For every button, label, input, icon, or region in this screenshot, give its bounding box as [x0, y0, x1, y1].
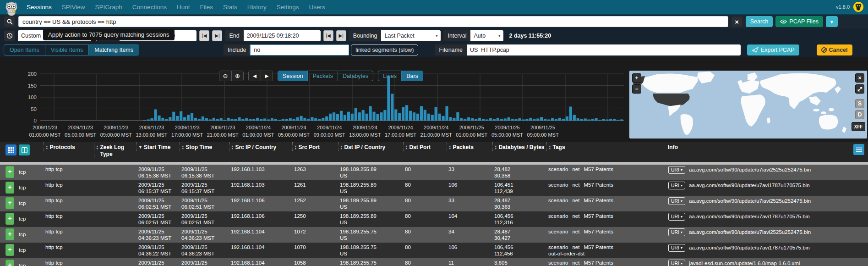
tag[interactable]: scenario: [548, 182, 568, 188]
nav-item-history[interactable]: History: [247, 4, 267, 11]
tag[interactable]: M57 Patents: [584, 260, 613, 266]
table-row[interactable]: +tcphttp tcp2009/11/2506:02:51 MST2009/1…: [0, 211, 868, 227]
expand-session-button[interactable]: +: [5, 228, 14, 240]
expand-session-button[interactable]: +: [5, 182, 14, 194]
clear-search-button[interactable]: ×: [731, 16, 743, 27]
end-step-back-button[interactable]: |◀: [323, 30, 333, 41]
nav-item-spigraph[interactable]: SPIGraph: [95, 4, 122, 11]
tag[interactable]: net: [572, 244, 579, 250]
tag[interactable]: M57 Patents: [584, 213, 613, 219]
chart-view-session[interactable]: Session: [278, 71, 307, 81]
tag[interactable]: M57 Patents: [584, 229, 613, 234]
expand-session-button[interactable]: +: [5, 197, 14, 209]
table-row[interactable]: +tcphttp tcp2009/11/2506:15:37 MST2009/1…: [0, 180, 868, 196]
map-zoom-out-button[interactable]: −: [632, 84, 641, 94]
tag[interactable]: scenario: [548, 244, 568, 250]
column-header-tags[interactable]: ▲▼Tags: [546, 142, 666, 151]
map-dst-toggle[interactable]: D: [855, 110, 864, 119]
table-row[interactable]: +tcphttp tcp2009/11/2506:02:51 MST2009/1…: [0, 196, 868, 211]
start-step-forward-button[interactable]: ▶|: [212, 30, 222, 41]
tag[interactable]: scenario: [548, 229, 568, 234]
uri-dropdown[interactable]: URI▾: [668, 213, 685, 221]
chart-view-packets[interactable]: Packets: [307, 71, 337, 81]
world-map[interactable]: + − × S D XFF: [629, 71, 867, 139]
nav-item-files[interactable]: Files: [200, 4, 213, 11]
column-header-databytes-bytes[interactable]: ▲▼Databytes / Bytes: [492, 142, 546, 151]
uri-dropdown[interactable]: URI▾: [668, 182, 685, 189]
tag[interactable]: M57 Patents: [584, 166, 613, 172]
chart-style-lines[interactable]: Lines: [378, 71, 401, 81]
end-step-forward-button[interactable]: ▶|: [336, 30, 346, 41]
cancel-button[interactable]: Cancel: [817, 44, 852, 55]
interval-select[interactable]: Auto ▾: [470, 30, 503, 41]
nav-item-sessions[interactable]: Sessions: [27, 4, 52, 11]
table-row[interactable]: +tcphttp tcp2009/11/2504:36:23 MST2009/1…: [0, 227, 868, 243]
tag[interactable]: scenario: [548, 198, 568, 203]
scope-visible-items[interactable]: Visible Items: [45, 45, 89, 55]
end-time-input[interactable]: [244, 30, 321, 41]
map-expand-button[interactable]: [855, 84, 864, 94]
map-zoom-in-button[interactable]: +: [632, 73, 641, 83]
nav-item-spiview[interactable]: SPIView: [62, 4, 85, 11]
tag[interactable]: net: [572, 166, 579, 172]
nav-item-users[interactable]: Users: [309, 4, 325, 11]
search-options-dropdown[interactable]: ▾: [826, 16, 838, 27]
clock-icon[interactable]: [4, 30, 15, 41]
tag[interactable]: out-of-order-dst: [548, 251, 584, 256]
chart-pan-left-button[interactable]: ◀: [249, 71, 261, 81]
search-input[interactable]: [18, 16, 728, 27]
table-row[interactable]: +tcphttp tcp2009/11/252009/11/25192.168.…: [0, 258, 868, 266]
tag[interactable]: net: [572, 198, 579, 203]
chart-style-bars[interactable]: Bars: [401, 71, 423, 81]
nav-item-settings[interactable]: Settings: [277, 4, 299, 11]
column-config-menu-icon[interactable]: [853, 144, 864, 155]
column-header-dst-ip-country[interactable]: ▲▼Dst IP / Country: [338, 142, 403, 151]
tag[interactable]: net: [572, 229, 579, 234]
tag[interactable]: net: [572, 213, 579, 219]
tag[interactable]: scenario: [548, 260, 568, 266]
start-step-back-button[interactable]: |◀: [199, 30, 209, 41]
column-header-packets[interactable]: ▲▼Packets: [447, 142, 492, 151]
expand-session-button[interactable]: +: [5, 260, 14, 266]
filename-input[interactable]: [467, 44, 741, 55]
column-header-dst-port[interactable]: ▲▼Dst Port: [403, 142, 447, 151]
chart-pan-right-button[interactable]: ▶: [261, 71, 273, 81]
search-icon[interactable]: [4, 16, 16, 27]
uri-dropdown[interactable]: URI▾: [668, 244, 685, 252]
column-header-start-time[interactable]: ▼Start Time: [136, 142, 180, 151]
column-header-zeek-log-type[interactable]: ▲▼Zeek Log Type: [94, 142, 136, 158]
tag[interactable]: M57 Patents: [584, 182, 613, 188]
scope-open-items[interactable]: Open Items: [4, 45, 45, 55]
tag[interactable]: M57 Patents: [584, 244, 613, 250]
uri-dropdown[interactable]: URI▾: [668, 166, 685, 174]
column-header-protocols[interactable]: ▲▼Protocols: [44, 142, 94, 151]
chart-view-databytes[interactable]: Databytes: [338, 71, 373, 81]
nav-item-stats[interactable]: Stats: [223, 4, 237, 11]
column-header-src-port[interactable]: ▲▼Src Port: [292, 142, 338, 151]
export-pcap-button[interactable]: Export PCAP: [747, 44, 799, 55]
map-close-button[interactable]: ×: [855, 73, 864, 83]
map-xff-toggle[interactable]: XFF: [852, 122, 865, 131]
sessions-grid-icon[interactable]: [5, 144, 16, 155]
tag[interactable]: scenario: [548, 166, 568, 172]
search-button[interactable]: Search: [746, 16, 773, 27]
sessions-timeline-chart[interactable]: 0501001502002009/11/2301:00:00 MST2009/1…: [0, 57, 628, 142]
table-row[interactable]: +tcphttp tcp2009/11/2504:36:22 MST2009/1…: [0, 243, 868, 258]
tag[interactable]: net: [572, 260, 579, 266]
chart-zoom-out-button[interactable]: ⊖: [219, 71, 231, 81]
tag[interactable]: M57 Patents: [584, 198, 613, 203]
table-row[interactable]: +tcphttp tcp2009/11/2506:15:38 MST2009/1…: [0, 165, 868, 180]
toggle-columns-icon[interactable]: [19, 144, 30, 155]
column-header-stop-time[interactable]: ▲▼Stop Time: [180, 142, 229, 151]
include-segments-input[interactable]: [250, 44, 349, 55]
uri-dropdown[interactable]: URI▾: [668, 228, 685, 236]
chart-zoom-in-button[interactable]: ⊕: [231, 71, 243, 81]
tag[interactable]: net: [572, 182, 579, 188]
scope-matching-items[interactable]: Matching Items: [88, 45, 139, 55]
uri-dropdown[interactable]: URI▾: [668, 197, 685, 205]
uri-dropdown[interactable]: URI▾: [668, 260, 685, 266]
expand-session-button[interactable]: +: [5, 166, 14, 178]
expand-session-button[interactable]: +: [5, 213, 14, 225]
pcap-files-button[interactable]: PCAP Files: [775, 16, 823, 27]
nav-item-hunt[interactable]: Hunt: [177, 4, 190, 11]
